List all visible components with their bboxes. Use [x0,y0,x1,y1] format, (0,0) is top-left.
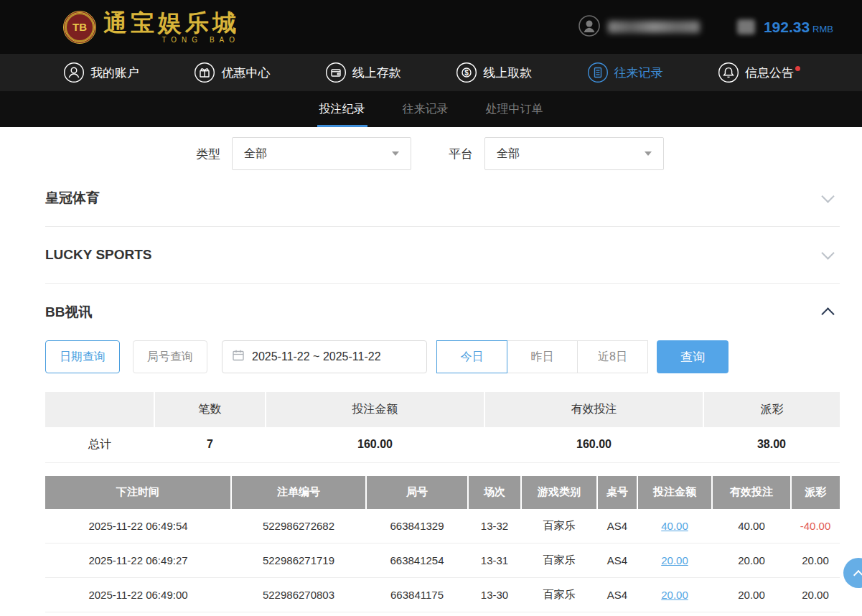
nav-item-transfer-records[interactable]: 往来记录 [587,62,663,83]
payout: 20.00 [791,543,840,578]
summary-total-label: 总计 [45,427,154,462]
content: 类型 全部 平台 全部 皇冠体育 LUCKY SPORTS BB视讯 [0,137,862,612]
summary-header-count: 笔数 [154,392,266,427]
nav-label: 线上取款 [483,65,532,81]
arrow-up-icon [853,569,862,579]
detail-header-round: 局号 [366,476,468,509]
svg-text:$: $ [464,69,469,77]
today-button[interactable]: 今日 [436,340,507,373]
game-type: 百家乐 [521,543,597,578]
balance-amount[interactable]: 192.33 [764,19,810,36]
summary-header-payout: 派彩 [703,392,840,427]
search-button[interactable]: 查询 [657,340,729,373]
payout: 20.00 [791,578,840,612]
date-range-picker[interactable]: 2025-11-22 ~ 2025-11-22 [222,340,427,373]
section-title: 皇冠体育 [45,189,100,207]
section-title: BB视讯 [45,303,92,322]
nav-item-promotions[interactable]: 优惠中心 [194,62,270,83]
platform-filter-label: 平台 [449,146,473,162]
date-query-button[interactable]: 日期查询 [45,340,120,373]
yesterday-button[interactable]: 昨日 [507,340,578,373]
type-filter-value: 全部 [244,146,267,162]
balance-currency: RMB [812,20,833,34]
payout: -40.00 [791,509,840,543]
chevron-down-icon [821,190,834,202]
chevron-down-icon [392,151,399,156]
deposit-icon [325,62,347,83]
summary-header-bet-amount: 投注金额 [266,392,484,427]
round-query-button[interactable]: 局号查询 [133,340,207,373]
summary-total-count: 7 [154,427,266,462]
detail-header-game: 游戏类别 [521,476,597,509]
table-row: 2025-11-22 06:49:00 522986270803 6638411… [45,578,840,612]
bet-amount-link[interactable]: 20.00 [661,589,688,601]
bet-amount-link[interactable]: 40.00 [661,520,688,532]
calendar-icon [232,349,245,365]
nav-item-announcements[interactable]: 信息公告 [718,62,794,83]
detail-header-payout: 派彩 [791,476,840,509]
bell-icon [718,62,739,83]
tab-transfer-records[interactable]: 往来记录 [400,91,451,127]
nav-item-withdraw[interactable]: $ 线上取款 [456,62,532,83]
chevron-down-icon [645,151,652,156]
username-blurred [608,21,700,33]
nav-label: 信息公告 [745,65,794,81]
section-lucky-sports[interactable]: LUCKY SPORTS [45,227,840,284]
last-8-days-button[interactable]: 近8日 [577,340,648,373]
bet-time: 2025-11-22 06:49:54 [45,509,231,543]
valid-bet: 20.00 [712,578,791,612]
nav-item-deposit[interactable]: 线上存款 [325,62,401,83]
type-filter-label: 类型 [196,146,220,162]
nav-item-my-account[interactable]: 我的账户 [63,62,139,83]
avatar-icon [578,14,601,40]
nav-label: 我的账户 [90,65,139,81]
record-subtabs: 投注纪录 往来记录 处理中订单 [0,91,862,127]
summary-total-bet-amount: 160.00 [266,427,484,462]
chevron-down-icon [821,246,834,259]
game-type: 百家乐 [521,578,597,612]
detail-header-bet-amount: 投注金额 [637,476,712,509]
nav-label: 往来记录 [614,65,663,81]
query-bar: 日期查询 局号查询 2025-11-22 ~ 2025-11-22 今日 昨日 … [45,340,840,373]
user-icon [63,62,85,83]
wallet-icon-blurred [737,19,755,34]
quick-date-group: 今日 昨日 近8日 [436,340,648,373]
top-bar: TB 通宝娱乐城 TONG BAO 192.33 RMB [0,0,862,54]
bet-amount-link[interactable]: 20.00 [661,554,688,566]
site-logo[interactable]: TB 通宝娱乐城 TONG BAO [63,11,240,44]
tb-coin-icon: TB [63,11,96,44]
valid-bet: 40.00 [712,509,791,543]
summary-total-payout: 38.00 [703,427,840,462]
withdraw-icon: $ [456,62,477,83]
summary-total-row: 总计 7 160.00 160.00 38.00 [45,427,840,462]
detail-header-table: 桌号 [597,476,637,509]
tab-bet-records[interactable]: 投注纪录 [317,91,367,127]
account-area: 192.33 RMB [578,14,833,40]
type-filter-select[interactable]: 全部 [232,137,411,170]
session: 13-32 [468,509,521,543]
section-bb-video[interactable]: BB视讯 [45,284,840,340]
table-number: AS4 [597,578,637,612]
table-row: 2025-11-22 06:49:54 522986272682 6638413… [45,509,840,543]
platform-filter-select[interactable]: 全部 [484,137,664,170]
summary-header-row: 笔数 投注金额 有效投注 派彩 [45,392,840,427]
transfer-record-icon [587,62,609,83]
summary-header-valid-bet: 有效投注 [484,392,703,427]
session: 13-31 [468,543,521,578]
chevron-up-icon [821,307,834,320]
bet-time: 2025-11-22 06:49:00 [45,578,231,612]
valid-bet: 20.00 [712,543,791,578]
site-subtitle: TONG BAO [103,36,240,44]
summary-header-blank [45,392,154,427]
detail-header-session: 场次 [468,476,521,509]
table-number: AS4 [597,543,637,578]
section-crown-sports[interactable]: 皇冠体育 [45,170,840,227]
detail-header-row: 下注时间 注单编号 局号 场次 游戏类别 桌号 投注金额 有效投注 派彩 [45,476,840,509]
tab-processing-orders[interactable]: 处理中订单 [484,91,545,127]
filter-row: 类型 全部 平台 全部 [45,137,840,170]
bet-time: 2025-11-22 06:49:27 [45,543,231,578]
detail-header-bet-id: 注单编号 [231,476,366,509]
bet-id: 522986272682 [231,509,366,543]
bet-id: 522986270803 [231,578,366,612]
session: 13-30 [468,578,521,612]
